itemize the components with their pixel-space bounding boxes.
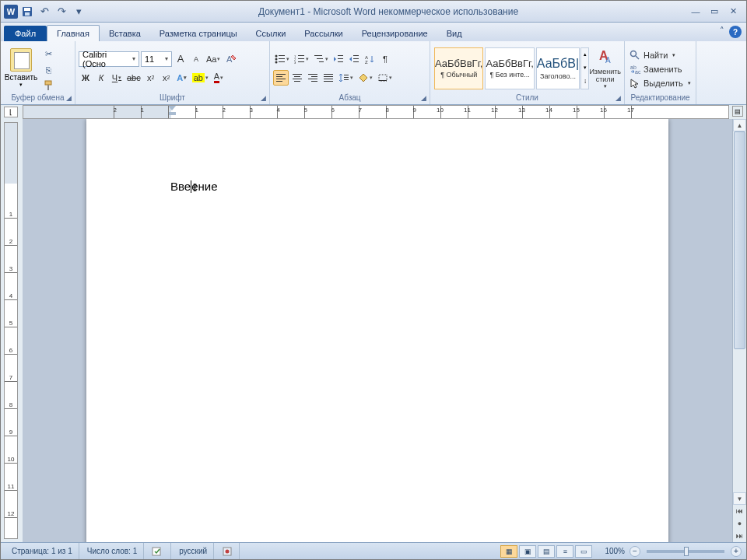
subscript-button[interactable]: x2: [144, 70, 158, 86]
change-case-icon[interactable]: Aa: [205, 51, 222, 67]
group-paragraph-label: Абзац: [273, 93, 426, 103]
tab-insert[interactable]: Вставка: [100, 26, 150, 41]
window-title: Документ1 - Microsoft Word некоммерческо…: [89, 6, 687, 17]
tab-references[interactable]: Ссылки: [247, 26, 296, 41]
font-launcher-icon[interactable]: ◢: [258, 93, 268, 103]
zoom-slider-thumb[interactable]: [684, 547, 689, 556]
align-right-icon[interactable]: [306, 70, 320, 86]
svg-point-52: [631, 51, 637, 56]
shading-icon[interactable]: [356, 70, 374, 86]
clear-formatting-icon[interactable]: A: [223, 51, 239, 67]
tab-mailings[interactable]: Рассылки: [295, 26, 352, 41]
font-size-combo[interactable]: 11▾: [141, 51, 172, 67]
svg-point-10: [275, 61, 278, 63]
align-left-icon[interactable]: [273, 70, 289, 86]
qat-customize-icon[interactable]: ▾: [71, 4, 86, 19]
document-area[interactable]: Ввеение: [23, 119, 732, 542]
align-center-icon[interactable]: [290, 70, 304, 86]
multilevel-list-icon[interactable]: [312, 51, 330, 67]
styles-launcher-icon[interactable]: ◢: [613, 93, 622, 103]
align-justify-icon[interactable]: [321, 70, 335, 86]
status-page[interactable]: Страница: 1 из 1: [5, 543, 79, 559]
tab-selector-icon[interactable]: ⌊: [4, 107, 18, 117]
style-normal[interactable]: АаБбВвГг, ¶ Обычный: [434, 47, 483, 89]
font-color-icon[interactable]: A: [212, 70, 226, 86]
replace-button[interactable]: abac Заменить: [628, 63, 693, 75]
document-text[interactable]: Ввеение: [170, 180, 584, 194]
qat-redo-icon[interactable]: ↷: [54, 4, 69, 19]
superscript-button[interactable]: x2: [160, 70, 174, 86]
svg-rect-1: [24, 8, 30, 11]
zoom-level[interactable]: 100%: [601, 547, 628, 555]
svg-rect-40: [311, 81, 317, 82]
minimize-button[interactable]: —: [687, 5, 704, 18]
copy-icon[interactable]: ⎘: [41, 64, 55, 76]
tab-page-layout[interactable]: Разметка страницы: [150, 26, 247, 41]
view-web-layout-icon[interactable]: ▤: [538, 545, 555, 558]
scroll-thumb[interactable]: [734, 131, 745, 349]
italic-button[interactable]: К: [94, 70, 108, 86]
tab-review[interactable]: Рецензирование: [352, 26, 437, 41]
help-icon[interactable]: ?: [729, 26, 742, 38]
line-spacing-icon[interactable]: [337, 70, 355, 86]
maximize-button[interactable]: ▭: [706, 5, 723, 18]
scroll-up-icon[interactable]: ▲: [733, 119, 746, 131]
next-page-icon[interactable]: ⏭: [733, 530, 746, 542]
cut-icon[interactable]: ✂: [41, 48, 55, 61]
decrease-indent-icon[interactable]: [331, 51, 345, 67]
view-full-screen-icon[interactable]: ▣: [519, 545, 536, 558]
show-marks-icon[interactable]: ¶: [378, 51, 392, 67]
ribbon-minimize-icon[interactable]: ˄: [720, 26, 724, 38]
numbering-icon[interactable]: 123: [293, 51, 310, 67]
status-macro-icon[interactable]: [216, 543, 240, 559]
vertical-scrollbar[interactable]: ▲ ▼ ⏮ ● ⏭: [732, 119, 746, 542]
word-app-icon[interactable]: W: [4, 5, 18, 19]
style-heading1[interactable]: АаБбВ| Заголово...: [536, 47, 580, 89]
view-print-layout-icon[interactable]: ▦: [500, 545, 517, 558]
strikethrough-button[interactable]: abc: [125, 70, 142, 86]
zoom-in-button[interactable]: +: [731, 546, 742, 557]
find-button[interactable]: Найти▾: [628, 49, 693, 61]
sort-icon[interactable]: AZ: [363, 51, 377, 67]
ruler-toggle-icon[interactable]: ▤: [732, 106, 743, 117]
font-name-combo[interactable]: Calibri (Осно▾: [79, 51, 139, 67]
grow-font-icon[interactable]: A: [174, 51, 188, 67]
zoom-out-button[interactable]: −: [630, 546, 640, 557]
underline-button[interactable]: Ч: [110, 70, 124, 86]
style-no-spacing[interactable]: АаБбВвГг, ¶ Без инте...: [485, 47, 534, 89]
status-proofing-icon[interactable]: [146, 543, 171, 559]
vertical-ruler[interactable]: 1 2 3 4 5 6 7 8 9 10 11 12: [1, 119, 23, 542]
status-word-count[interactable]: Число слов: 1: [81, 543, 144, 559]
change-styles-button[interactable]: AA Изменить стили ▾: [589, 47, 621, 89]
paste-button[interactable]: Вставить ▾: [4, 48, 38, 88]
tab-view[interactable]: Вид: [437, 26, 472, 41]
view-outline-icon[interactable]: ≡: [556, 545, 573, 558]
format-painter-icon[interactable]: [41, 79, 55, 92]
qat-save-icon[interactable]: [19, 4, 35, 19]
view-draft-icon[interactable]: ▭: [575, 545, 592, 558]
select-button[interactable]: Выделить▾: [628, 77, 693, 89]
borders-icon[interactable]: [376, 70, 394, 86]
bold-button[interactable]: Ж: [79, 70, 93, 86]
zoom-slider[interactable]: [647, 550, 724, 553]
browse-object-icon[interactable]: ●: [733, 517, 746, 530]
horizontal-ruler[interactable]: 21 123 456 789 101112 131415 1617: [23, 105, 729, 119]
text-effects-icon[interactable]: A: [175, 70, 189, 86]
close-button[interactable]: ✕: [724, 5, 742, 18]
tab-file[interactable]: Файл: [4, 26, 47, 41]
increase-indent-icon[interactable]: [347, 51, 361, 67]
scroll-track[interactable]: [733, 131, 746, 492]
tab-home[interactable]: Главная: [47, 25, 100, 41]
styles-gallery-expand[interactable]: ▴▾⁞: [580, 47, 589, 89]
svg-rect-18: [314, 55, 322, 56]
clipboard-launcher-icon[interactable]: ◢: [64, 93, 73, 103]
paragraph-launcher-icon[interactable]: ◢: [419, 93, 428, 103]
highlight-icon[interactable]: ab: [191, 70, 210, 86]
bullets-icon[interactable]: [273, 51, 291, 67]
page[interactable]: Ввеение: [86, 119, 668, 542]
status-language[interactable]: русский: [173, 543, 214, 559]
qat-undo-icon[interactable]: ↶: [37, 4, 52, 19]
scroll-down-icon[interactable]: ▼: [733, 492, 746, 505]
prev-page-icon[interactable]: ⏮: [733, 505, 746, 517]
shrink-font-icon[interactable]: A: [189, 51, 203, 67]
